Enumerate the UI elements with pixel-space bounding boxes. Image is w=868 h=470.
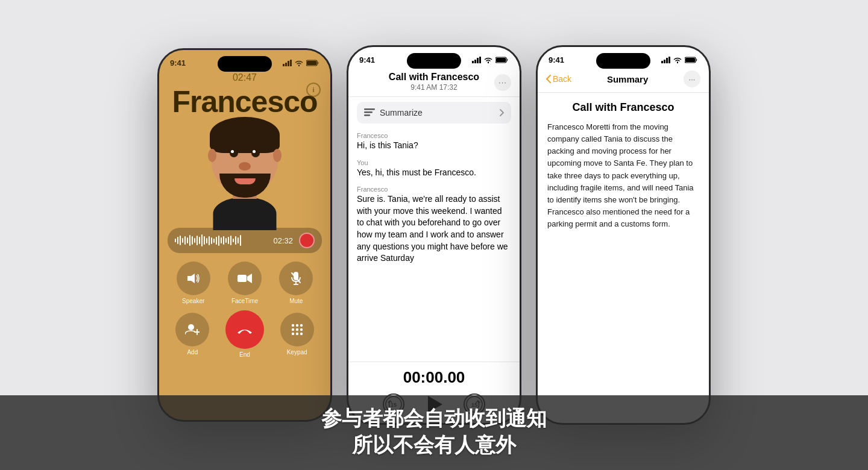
wave-14 — [206, 238, 207, 243]
speaker-text-0: Hi, is this Tania? — [357, 140, 511, 152]
speaker-name-1: You — [357, 159, 511, 166]
transcript-time: 9:41 AM 17:32 — [373, 83, 495, 92]
wave-18 — [216, 237, 217, 245]
wave-28 — [240, 235, 241, 246]
phone-active-call: 9:41 — [157, 48, 332, 422]
wave-1 — [175, 239, 176, 242]
wave-2 — [177, 237, 178, 244]
keypad-icon — [291, 324, 303, 336]
svg-rect-39 — [664, 60, 665, 63]
svg-point-21 — [300, 328, 302, 331]
summarize-left: Summarize — [364, 108, 423, 118]
avatar-beard — [219, 174, 271, 198]
svg-rect-2 — [288, 61, 289, 66]
facetime-button[interactable]: FaceTime — [228, 262, 262, 304]
add-button[interactable]: Add — [175, 313, 209, 356]
wave-17 — [213, 239, 215, 243]
transcript-more-button[interactable]: ··· — [494, 74, 511, 91]
wifi-icon-1 — [295, 60, 303, 66]
wifi-icon-3 — [673, 57, 682, 63]
svg-point-22 — [291, 333, 294, 335]
mute-button[interactable]: Mute — [279, 262, 313, 304]
keypad-circle — [280, 313, 314, 346]
left-eye — [230, 149, 238, 157]
battery-icon-3 — [685, 57, 698, 63]
wave-3 — [180, 236, 181, 245]
screen-transcript: 9:41 — [348, 47, 520, 423]
speaker-button[interactable]: Speaker — [177, 262, 210, 304]
waveform-waves — [175, 234, 267, 246]
svg-rect-27 — [477, 58, 479, 63]
avatar-body — [213, 197, 277, 230]
recording-time: 02:32 — [273, 236, 293, 245]
battery-icon-1 — [306, 60, 319, 66]
svg-rect-32 — [364, 111, 373, 113]
wave-12 — [201, 234, 203, 246]
control-row-bottom: Add End — [168, 310, 322, 358]
status-icons-1 — [283, 60, 319, 66]
subtitle-line-2: 所以不会有人意外 — [48, 431, 820, 458]
svg-rect-43 — [685, 58, 695, 62]
screen-active-call: 9:41 — [159, 50, 330, 420]
left-eye-shine — [231, 150, 234, 153]
svg-point-23 — [295, 333, 298, 335]
svg-rect-40 — [666, 58, 668, 63]
info-button[interactable]: i — [306, 83, 321, 97]
wave-5 — [184, 236, 186, 245]
end-call-circle — [225, 310, 264, 349]
speaker-name-0: Francesco — [357, 132, 511, 139]
end-label: End — [239, 351, 250, 358]
svg-rect-26 — [474, 60, 476, 63]
back-button[interactable]: Back — [546, 74, 571, 84]
facetime-label: FaceTime — [231, 298, 258, 304]
speaker-text-2: Sure is. Tania, we're all ready to assis… — [357, 193, 511, 265]
svg-point-20 — [295, 328, 298, 331]
record-button[interactable] — [299, 233, 315, 248]
transcript-entry-0: Francesco Hi, is this Tania? — [357, 132, 511, 152]
phone-summary: 9:41 — [536, 45, 711, 425]
speaker-circle — [177, 262, 210, 295]
svg-rect-31 — [364, 108, 375, 110]
svg-marker-6 — [187, 274, 195, 283]
svg-marker-8 — [247, 274, 252, 283]
caller-name: Francesco — [159, 86, 330, 119]
svg-point-19 — [291, 328, 294, 331]
facetime-circle — [228, 262, 262, 295]
avatar-left-ear — [208, 149, 216, 162]
wave-24 — [230, 236, 231, 245]
svg-rect-41 — [668, 57, 670, 63]
summary-content: Call with Francesco Francesco Moretti fr… — [538, 93, 709, 239]
control-row-top: Speaker FaceTime — [168, 262, 322, 304]
playback-timer: 00:00.00 — [357, 368, 511, 387]
svg-rect-3 — [290, 60, 292, 66]
transcript-header: Call with Francesco 9:41 AM 17:32 ··· — [348, 68, 520, 97]
battery-icon-2 — [495, 57, 509, 63]
wave-11 — [199, 237, 200, 244]
svg-rect-30 — [496, 58, 506, 62]
avatar-head — [212, 122, 278, 193]
wave-9 — [194, 238, 195, 243]
wave-16 — [211, 237, 212, 244]
signal-icon-2 — [472, 57, 481, 63]
keypad-button[interactable]: Keypad — [280, 313, 314, 356]
summarize-label: Summarize — [380, 108, 423, 118]
svg-rect-28 — [479, 57, 481, 63]
end-call-button[interactable]: End — [225, 310, 264, 358]
summary-more-button[interactable]: ··· — [684, 70, 700, 87]
svg-point-17 — [295, 324, 298, 327]
subtitle-line-1: 参与者都会自动收到通知 — [48, 405, 820, 431]
add-label: Add — [187, 349, 198, 356]
dynamic-island-3 — [596, 53, 650, 69]
signal-icon-3 — [661, 57, 670, 63]
summarize-button[interactable]: Summarize — [357, 102, 511, 124]
dynamic-island-1 — [218, 56, 272, 72]
avatar-mouth — [234, 178, 256, 184]
wave-26 — [235, 236, 236, 245]
signal-icon-1 — [283, 60, 292, 66]
status-icons-2 — [472, 57, 509, 63]
wave-23 — [228, 237, 229, 244]
wave-8 — [192, 236, 193, 245]
status-time-3: 9:41 — [549, 55, 564, 64]
facetime-icon — [237, 274, 252, 283]
memoji-avatar — [200, 119, 289, 224]
